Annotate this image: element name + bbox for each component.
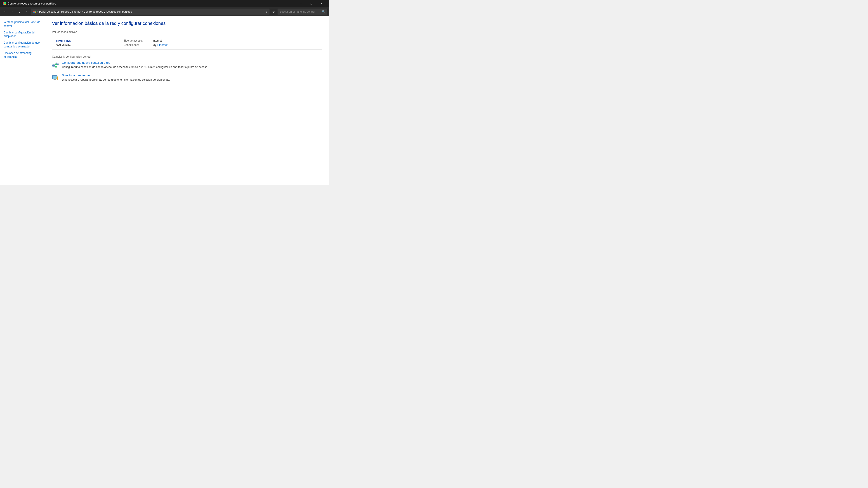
network-access-row: Tipo de acceso: Internet (124, 39, 318, 42)
active-networks-section: Ver las redes activas devolo-b23 Red pri… (52, 31, 322, 50)
connections-label: Conexiones: (124, 43, 151, 46)
address-full-path: Panel de control › Redes e Internet › Ce… (39, 10, 132, 13)
up-button[interactable]: ↑ (24, 8, 30, 15)
address-path[interactable]: › Ver las redes activas Panel de control… (31, 8, 270, 15)
network-row: devolo-b23 Red privada Tipo de acceso: I… (52, 36, 322, 50)
network-name[interactable]: devolo-b23 (56, 39, 116, 42)
svg-line-4 (55, 66, 55, 67)
change-network-header-text: Cambiar la configuración de red (52, 55, 90, 58)
troubleshoot-icon (52, 74, 59, 81)
svg-rect-0 (53, 65, 55, 66)
title-bar: Centro de redes y recursos compartidos ─… (0, 0, 329, 7)
active-networks-header-line (79, 32, 322, 32)
sidebar-link-sharing[interactable]: Cambiar configuración de uso compartido … (0, 39, 45, 50)
sidebar-link-adapter[interactable]: Cambiar configuración del adaptador (0, 29, 45, 40)
change-network-header-line (93, 57, 322, 57)
new-connection-desc: Configurar una conexión de banda ancha, … (62, 66, 208, 69)
network-type: Red privada (56, 43, 70, 46)
main-content: Ver información básica de la red y confi… (45, 16, 329, 185)
troubleshoot-svg (52, 74, 59, 81)
troubleshoot-action: Solucionar problemas Diagnosticar y repa… (52, 74, 322, 82)
window-content: Ventana principal del Panel de control C… (0, 16, 329, 185)
svg-rect-2 (55, 66, 57, 67)
back-button[interactable]: ← (2, 8, 8, 15)
app-icon (2, 2, 6, 5)
access-type-label: Tipo de acceso: (124, 39, 151, 42)
ethernet-link-text: Ethernet (157, 43, 167, 46)
title-bar-text: Centro de redes y recursos compartidos (8, 2, 296, 5)
ethernet-icon: 🔌 (153, 43, 156, 47)
troubleshoot-desc: Diagnosticar y reparar problemas de red … (62, 78, 170, 81)
network-connections-row: Conexiones: 🔌 Ethernet (124, 43, 318, 47)
troubleshoot-link[interactable]: Solucionar problemas (62, 74, 170, 77)
path-dropdown-button[interactable]: ∨ (266, 10, 268, 13)
new-connection-text: Configurar una nueva conexión o red Conf… (62, 61, 208, 69)
svg-rect-11 (53, 79, 56, 80)
change-network-section: Cambiar la configuración de red (52, 55, 322, 82)
svg-line-3 (55, 64, 55, 66)
close-button[interactable]: ✕ (316, 0, 327, 7)
access-type-value: Internet (153, 39, 162, 42)
network-name-col: devolo-b23 Red privada (52, 36, 120, 50)
title-bar-controls: ─ □ ✕ (296, 0, 327, 7)
maximize-button[interactable]: □ (306, 0, 316, 7)
search-input[interactable] (280, 10, 321, 13)
new-connection-icon (52, 61, 59, 69)
troubleshoot-text: Solucionar problemas Diagnosticar y repa… (62, 74, 170, 82)
recent-button[interactable]: ∨ (16, 8, 23, 15)
new-connection-svg (52, 61, 59, 69)
active-networks-header: Ver las redes activas (52, 31, 322, 34)
page-title: Ver información básica de la red y confi… (52, 21, 322, 26)
minimize-button[interactable]: ─ (296, 0, 306, 7)
sidebar-link-streaming[interactable]: Opciones de streaming multimedia (0, 50, 45, 60)
ethernet-link[interactable]: 🔌 Ethernet (153, 43, 167, 47)
search-icon: 🔍 (322, 10, 325, 13)
active-networks-header-text: Ver las redes activas (52, 31, 77, 34)
address-bar: ← → ∨ ↑ › Ver las redes activas Panel de… (0, 7, 329, 16)
svg-rect-9 (53, 76, 57, 78)
sidebar-link-main[interactable]: Ventana principal del Panel de control (0, 19, 45, 29)
search-box: 🔍 (278, 8, 327, 15)
refresh-button[interactable]: ↻ (270, 8, 277, 15)
control-panel-icon (33, 10, 36, 13)
sidebar: Ventana principal del Panel de control C… (0, 16, 45, 185)
forward-button[interactable]: → (9, 8, 16, 15)
network-info-col: Tipo de acceso: Internet Conexiones: 🔌 E… (120, 36, 322, 50)
new-connection-link[interactable]: Configurar una nueva conexión o red (62, 61, 208, 64)
new-connection-action: Configurar una nueva conexión o red Conf… (52, 61, 322, 69)
path-separator-1: › (37, 10, 38, 13)
change-network-header: Cambiar la configuración de red (52, 55, 322, 58)
